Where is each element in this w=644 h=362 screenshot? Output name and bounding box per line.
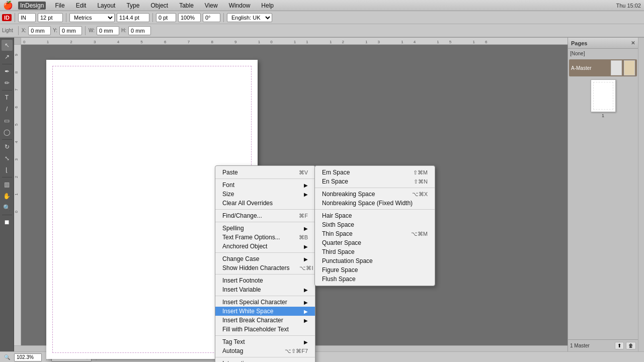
zoom-tool[interactable]: 🔍 [2, 202, 13, 213]
submenu-hair-space[interactable]: Hair Space [315, 211, 435, 220]
pencil-tool[interactable]: ✏ [2, 77, 13, 88]
page-thumb-area: 1 [568, 77, 638, 120]
submenu-nonbreaking-space[interactable]: Nonbreaking Space ⌥⌘X [315, 190, 435, 199]
submenu-quarter-space[interactable]: Quarter Space [315, 238, 435, 247]
submenu-thin-space[interactable]: Thin Space ⌥⌘M [315, 229, 435, 238]
apple-menu[interactable]: 🍎 [3, 1, 13, 10]
ellipse-tool[interactable]: ◯ [2, 127, 13, 138]
submenu-third-space[interactable]: Third Space [315, 247, 435, 256]
menu-font[interactable]: Font ▶ [215, 180, 315, 190]
menu-tag-text[interactable]: Tag Text ▶ [215, 337, 315, 346]
toolbar-row-2: Light X: Y: W: H: [0, 24, 644, 37]
submenu-em-space[interactable]: Em Space ⇧⌘M [315, 168, 435, 177]
w-field[interactable] [97, 26, 119, 35]
id-badge: ID [2, 14, 12, 21]
baseline-field[interactable] [156, 13, 176, 22]
fill-tool[interactable]: ■ [2, 217, 13, 228]
shear-tool[interactable]: ⌊ [2, 164, 13, 175]
sep-2 [215, 209, 315, 210]
canvas-with-rulers: 0 1 2 3 4 5 6 7 8 9 10 11 12 13 14 15 16… [14, 38, 568, 351]
rect-tool[interactable]: ▭ [2, 115, 13, 126]
language-dropdown[interactable]: English: UK [227, 13, 272, 22]
pos-label: X: [22, 28, 26, 33]
menu-clear-overrides[interactable]: Clear All Overrides [215, 199, 315, 208]
menu-window[interactable]: Window [227, 2, 253, 10]
angle-field[interactable] [203, 13, 220, 22]
sep3 [152, 13, 153, 22]
scale-field[interactable] [178, 13, 201, 22]
page-1-thumb[interactable] [591, 79, 616, 112]
sep-3 [215, 222, 315, 222]
pages-panel-close[interactable]: ✕ [631, 40, 635, 46]
x-field[interactable] [28, 26, 51, 35]
direct-select-tool[interactable]: ↗ [2, 51, 13, 62]
master-thumb-right [624, 60, 635, 75]
type-tool[interactable]: T [2, 92, 13, 103]
rotate-tool[interactable]: ↻ [2, 141, 13, 152]
menu-insert-variable[interactable]: Insert Variable ▶ [215, 285, 315, 294]
tool-divider-1 [2, 64, 12, 64]
sep2 [66, 13, 66, 22]
panel-btn-1[interactable]: ⬆ [615, 342, 624, 349]
h-field[interactable] [128, 26, 151, 35]
submenu-figure-space[interactable]: Figure Space [315, 265, 435, 275]
canvas[interactable]: Paste ⌘V Font ▶ Size ▶ [21, 45, 568, 345]
menu-layout[interactable]: Layout [95, 2, 117, 10]
menu-fill-placeholder[interactable]: Fill with Placeholder Text [215, 325, 315, 334]
menu-anchored-object[interactable]: Anchored Object ▶ [215, 242, 315, 251]
submenu-nonbreaking-fixed[interactable]: Nonbreaking Space (Fixed Width) [315, 199, 435, 208]
menu-insert-white-space[interactable]: Insert White Space ▶ [215, 307, 315, 316]
a-master-row[interactable]: A-Master [569, 59, 637, 76]
submenu-punctuation-space[interactable]: Punctuation Space [315, 256, 435, 265]
zoom-field[interactable] [14, 353, 42, 361]
submenu-sixth-space[interactable]: Sixth Space [315, 220, 435, 229]
tracking-field[interactable] [117, 13, 149, 22]
menu-table[interactable]: Table [177, 2, 196, 10]
menu-help[interactable]: Help [259, 2, 276, 10]
panel-btn-2[interactable]: 🗑 [626, 342, 636, 349]
pages-panel-title: Pages [571, 40, 587, 46]
sep-1 [215, 178, 315, 179]
y-label: Y: [53, 28, 57, 33]
canvas-row: 0 1 2 3 4 5 6 7 8 9 Paste ⌘V [14, 45, 568, 345]
select-tool[interactable]: ↖ [2, 40, 13, 51]
menu-text-frame-options[interactable]: Text Frame Options... ⌘B [215, 233, 315, 242]
toolbar-row-1: ID Metrics English: UK [0, 11, 644, 24]
menu-edit[interactable]: Edit [74, 2, 89, 10]
submenu-flush-space[interactable]: Flush Space [315, 275, 435, 284]
font-size-field[interactable] [38, 13, 63, 22]
char-style-field[interactable] [18, 13, 36, 22]
menu-object[interactable]: Object [148, 2, 170, 10]
menu-spelling[interactable]: Spelling ▶ [215, 224, 315, 233]
pen-tool[interactable]: ✒ [2, 66, 13, 77]
menu-indesign[interactable]: InDesign [18, 2, 46, 10]
menu-paste[interactable]: Paste ⌘V [215, 168, 315, 177]
menu-insert-footnote[interactable]: Insert Footnote [215, 276, 315, 285]
menu-interactive[interactable]: Interactive ▶ [215, 359, 315, 362]
scale-tool[interactable]: ⤡ [2, 153, 13, 164]
scrollbar-vertical[interactable] [638, 38, 644, 351]
menu-view[interactable]: View [203, 2, 220, 10]
menu-autotag[interactable]: Autotag ⌥⇧⌘F7 [215, 346, 315, 355]
menu-show-hidden[interactable]: Show Hidden Characters ⌥⌘I [215, 263, 315, 273]
menu-type[interactable]: Type [124, 2, 141, 10]
ruler-top-area: 0 1 2 3 4 5 6 7 8 9 10 11 12 13 14 15 16 [14, 38, 568, 45]
sep5 [18, 26, 19, 35]
gradient-tool[interactable]: ▥ [2, 179, 13, 190]
line-tool[interactable]: / [2, 104, 13, 115]
y-field[interactable] [59, 26, 82, 35]
menu-change-case[interactable]: Change Case ▶ [215, 254, 315, 263]
menu-find-change[interactable]: Find/Change... ⌘F [215, 211, 315, 220]
hand-tool[interactable]: ✋ [2, 191, 13, 202]
panel-none-label: [None] [570, 51, 585, 56]
sep4 [223, 13, 224, 22]
menu-size[interactable]: Size ▶ [215, 190, 315, 199]
submenu-en-space[interactable]: En Space ⇧⌘N [315, 177, 435, 186]
style-label: Light [2, 28, 13, 33]
master-thumb-left [611, 60, 622, 75]
kerning-dropdown[interactable]: Metrics [69, 13, 115, 22]
menu-insert-break-char[interactable]: Insert Break Character ▶ [215, 316, 315, 325]
menu-file[interactable]: File [53, 2, 66, 10]
menu-insert-special-char[interactable]: Insert Special Character ▶ [215, 298, 315, 307]
menubar-right: Thu 15:02 [616, 3, 641, 9]
